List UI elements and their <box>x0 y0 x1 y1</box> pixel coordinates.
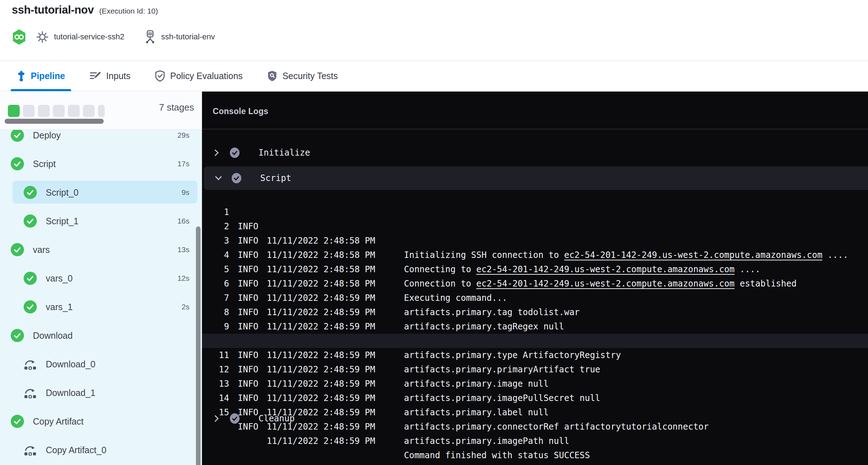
log-row: 2 INFO 11/11/2022 2:48:58 PM Connecting … <box>202 205 868 219</box>
page-title: ssh-tutorial-nov <box>12 4 94 16</box>
progress-square[interactable] <box>53 105 65 117</box>
success-check-icon <box>24 186 37 199</box>
stage-duration: 17s <box>177 160 189 168</box>
success-check-icon <box>11 329 24 342</box>
tab-label: Inputs <box>106 71 130 81</box>
section-label: Cleanup <box>258 413 295 424</box>
stage-duration: 2s <box>182 303 189 311</box>
chevron-down-icon <box>214 174 222 182</box>
policy-shield-icon <box>155 70 165 82</box>
log-row: 5 INFO 11/11/2022 2:48:59 PM artifacts.p… <box>202 248 868 262</box>
stage-label: Download_1 <box>46 388 95 398</box>
log-row: 9 INFO 11/11/2022 2:48:59 PM artifacts.p… <box>202 305 868 319</box>
stage-row[interactable]: Copy Artifact_0 <box>0 436 202 464</box>
log-row: 6 INFO 11/11/2022 2:48:59 PM artifacts.p… <box>202 262 868 276</box>
progress-square[interactable] <box>38 105 50 117</box>
stage-row[interactable]: vars_1 2s <box>0 293 202 321</box>
console-divider <box>202 129 868 129</box>
step-group-icon <box>24 358 37 371</box>
harness-cd-icon <box>12 29 26 45</box>
stage-label: Script_0 <box>46 187 79 198</box>
stage-label: vars_0 <box>46 273 73 284</box>
sidebar-header: 7 stages <box>0 92 202 130</box>
progress-square[interactable] <box>23 105 35 117</box>
log-row: 8 INFO 11/11/2022 2:48:59 PM artifacts.p… <box>202 291 868 305</box>
console-logs-title: Console Logs <box>213 107 268 116</box>
success-check-icon <box>229 147 240 159</box>
stage-label: Deploy <box>33 130 61 141</box>
stage-list: Deploy 29s Script 17s <box>0 92 202 465</box>
meta-row: tutorial-service-ssh2 ssh-tutorial-env <box>12 29 215 45</box>
log-row: 10 INFO 11/11/2022 2:48:59 PM artifacts.… <box>202 319 868 334</box>
stage-label: Download_0 <box>46 359 95 369</box>
success-check-icon <box>11 415 24 428</box>
stage-row[interactable]: Download <box>0 321 202 350</box>
progress-square[interactable] <box>8 105 20 117</box>
stage-row[interactable]: Script_1 16s <box>0 207 202 235</box>
stage-sidebar: Deploy 29s Script 17s <box>0 92 202 465</box>
environment-icon <box>144 30 157 44</box>
console-logs-panel: Console Logs Initialize Script 1 INFO 11… <box>202 92 868 465</box>
environment-name[interactable]: ssh-tutorial-env <box>161 32 215 41</box>
step-group-icon <box>24 444 37 457</box>
stage-label: Copy Artifact_0 <box>46 445 107 455</box>
log-row: 13 INFO 11/11/2022 2:48:59 PM artifacts.… <box>202 362 868 377</box>
log-section-cleanup[interactable]: Cleanup <box>202 407 868 430</box>
log-timestamp: 11/11/2022 2:48:59 PM <box>267 434 375 448</box>
stage-row[interactable]: vars 13s <box>0 235 202 264</box>
stage-duration: 29s <box>177 131 189 140</box>
stage-duration: 16s <box>177 217 189 225</box>
chevron-right-icon <box>213 415 221 422</box>
tab-label: Policy Evaluations <box>170 71 243 81</box>
success-check-icon <box>11 157 24 171</box>
security-shield-icon <box>267 70 277 82</box>
log-row: 3 INFO 11/11/2022 2:48:58 PM Connection … <box>202 219 868 234</box>
log-row: 14 INFO 11/11/2022 2:48:59 PM artifacts.… <box>202 377 868 391</box>
stage-row[interactable]: vars_0 12s <box>0 264 202 293</box>
log-section-script[interactable]: Script <box>204 166 868 190</box>
page-header: ssh-tutorial-nov (Execution Id: 10) tuto… <box>0 0 868 60</box>
stage-row[interactable]: Script_0 9s <box>0 178 202 207</box>
log-section-initialize[interactable]: Initialize <box>202 141 868 164</box>
section-label: Script <box>260 173 291 183</box>
tab-label: Security Tests <box>282 71 338 81</box>
tab-policy-evaluations[interactable]: Policy Evaluations <box>149 61 249 91</box>
tab-security-tests[interactable]: Security Tests <box>261 61 344 91</box>
horizontal-scrollbar[interactable] <box>5 119 104 124</box>
stage-duration: 12s <box>177 274 189 283</box>
section-label: Initialize <box>258 148 310 158</box>
progress-square[interactable] <box>68 105 80 117</box>
log-row: 11 INFO 11/11/2022 2:48:59 PM artifacts.… <box>202 334 868 348</box>
success-check-icon <box>24 300 37 314</box>
tab-inputs[interactable]: Inputs <box>83 61 137 91</box>
vertical-scrollbar[interactable] <box>196 226 201 465</box>
stage-duration: 13s <box>177 245 189 254</box>
pipeline-execution-page: ssh-tutorial-nov (Execution Id: 10) tuto… <box>0 0 868 465</box>
tab-pipeline[interactable]: Pipeline <box>11 61 71 91</box>
chevron-right-icon <box>213 149 221 157</box>
tab-bar: Pipeline Inputs Policy Evaluations <box>0 60 868 91</box>
log-row: 12 INFO 11/11/2022 2:48:59 PM artifacts.… <box>202 348 868 362</box>
stage-duration: 9s <box>182 188 189 197</box>
stage-row[interactable]: Script 17s <box>0 150 202 178</box>
log-msg-pre: artifacts.primary.imagePath null <box>404 436 569 446</box>
service-gear-icon <box>36 30 49 44</box>
stage-count-label: 7 stages <box>159 102 194 113</box>
stage-label: Script_1 <box>46 216 79 226</box>
log-message: Command finished with status SUCCESS <box>404 448 590 462</box>
success-check-icon <box>24 272 37 285</box>
stage-row[interactable]: Copy Artifact <box>0 407 202 436</box>
log-row: 15 INFO 11/11/2022 2:48:59 PM Command fi… <box>202 391 868 405</box>
success-check-icon <box>11 129 24 142</box>
step-group-icon <box>24 386 37 400</box>
success-check-icon <box>229 413 240 425</box>
log-row: 1 INFO 11/11/2022 2:48:58 PM Initializin… <box>202 191 868 205</box>
stage-row[interactable]: Download_1 <box>0 378 202 407</box>
service-name[interactable]: tutorial-service-ssh2 <box>54 32 124 41</box>
stage-row[interactable]: Download_0 <box>0 350 202 378</box>
stage-label: vars_1 <box>46 302 73 312</box>
success-check-icon <box>24 215 37 228</box>
progress-square[interactable] <box>98 105 105 117</box>
log-message: artifacts.primary.imagePath null <box>404 434 569 448</box>
progress-square[interactable] <box>83 105 95 117</box>
